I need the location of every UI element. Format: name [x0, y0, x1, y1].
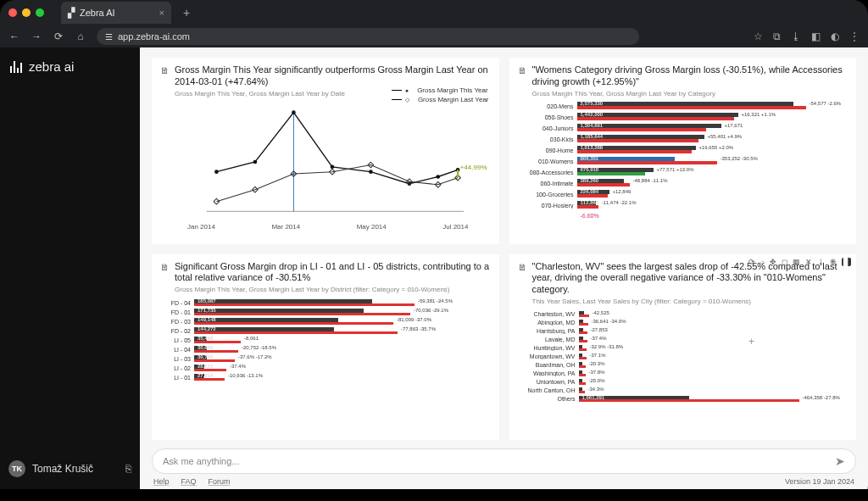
hbar-row[interactable]: FD - 04185,087-59,381 -24.5% [160, 298, 491, 308]
send-icon[interactable]: ➤ [835, 454, 845, 468]
ask-input[interactable]: Ask me anything... ➤ [152, 448, 856, 474]
panel-icon[interactable]: ◧ [811, 31, 821, 42]
tool-zoom-icon[interactable]: ⌕ [760, 258, 765, 266]
hbar-row[interactable]: Uniontown, PA-25.0% [518, 378, 849, 387]
hbar-row[interactable]: Abingdon, MD-36,641 -34.0% [518, 319, 849, 327]
tool-more-icon[interactable]: ❋ [830, 258, 837, 266]
hbar-category-label: Harrisburg, PA [518, 328, 579, 334]
hbar-category-label: Uniontown, PA [518, 379, 579, 385]
hbar-row[interactable]: Charleston, WV-42,525 [518, 310, 849, 319]
footer-version: Version 19 Jan 2024 [785, 477, 854, 486]
tool-data-icon[interactable]: ▊ [842, 258, 851, 266]
hbar-row[interactable]: 070-Hosiery112,863-11,474 -22.1% [518, 200, 849, 211]
hbar-category-label: Washington, PA [518, 370, 579, 376]
hbar-row[interactable]: LI - 0127,914-10,936 -13.1% [160, 373, 491, 382]
tool-download-icon[interactable]: ⭳ [817, 258, 825, 266]
extension-icon[interactable]: ⧉ [773, 31, 781, 42]
hbar-row[interactable]: 020-Mens2,575,330-54,577 -2.6% [518, 101, 849, 112]
nav-back-icon[interactable]: ← [8, 31, 20, 42]
hbar-category-label: Charleston, WV [518, 311, 579, 317]
hbar-row[interactable]: 100-Groceries226,084+12,849 [518, 189, 849, 200]
profile-icon[interactable]: ◐ [831, 31, 839, 42]
svg-point-3 [253, 159, 258, 164]
hbar-row[interactable]: 050-Shoes1,442,000+16,321 +1.1% [518, 112, 849, 123]
tool-select-icon[interactable]: ◻ [782, 258, 787, 266]
hbar-category-label: 020-Mens [518, 103, 577, 109]
insight-card-1: 🗎 Gross Margin This Year significantly o… [152, 58, 499, 244]
hbar-chart-city[interactable]: Charleston, WV-42,525Abingdon, MD-36,641… [518, 310, 849, 404]
nav-home-icon[interactable]: ⌂ [75, 31, 86, 42]
hbar-row[interactable]: Harrisburg, PA-27,853 [518, 327, 849, 336]
hbar-category-label: FD - 02 [160, 328, 194, 334]
hbar-category-label: 060-Intimate [518, 181, 577, 186]
hbar-category-label: 010-Womens [518, 159, 577, 164]
hbar-row[interactable]: Others1,061,291-464,358 -27.8% [518, 395, 849, 404]
hbar-row[interactable]: LI - 0330,760-37.6% -17.2% [160, 354, 491, 364]
nav-reload-icon[interactable]: ⟳ [53, 31, 64, 42]
footer-faq-link[interactable]: FAQ [181, 477, 197, 486]
hbar-row[interactable]: 030-Kids1,185,644+55,401 +4.9% [518, 134, 849, 145]
footer-help-link[interactable]: Help [153, 477, 170, 486]
hbar-row[interactable]: Boardman, OH-20.3% [518, 361, 849, 370]
new-tab-button[interactable]: + [178, 6, 195, 19]
avatar: TK [8, 460, 25, 477]
line-chart[interactable]: +44.99% [160, 103, 491, 221]
svg-point-6 [369, 170, 373, 174]
card-subtitle: Gross Margin This Year, Gross Margin Las… [175, 286, 491, 293]
tool-x-icon[interactable]: ✕ [805, 258, 812, 266]
download-icon[interactable]: ⭳ [791, 31, 801, 42]
browser-tab[interactable]: ▞ Zebra AI × [61, 2, 171, 24]
hbar-row[interactable]: FD - 02144,272-77,863 -35.7% [160, 326, 491, 336]
tool-crosshair-icon[interactable]: ✥ [770, 258, 776, 266]
tab-favicon: ▞ [68, 8, 75, 19]
user-row[interactable]: TK Tomaž Krušič ⎘ [0, 454, 140, 484]
hbar-row[interactable]: 060-Intimate389,260-48,884 -11.1% [518, 178, 849, 189]
hbar-category-label: LI - 03 [160, 356, 194, 362]
hbar-row[interactable]: Huntington, WV-32.9% -31.8% [518, 344, 849, 353]
hbar-row[interactable]: 080-Accessories676,918+77,571 +13.0% [518, 167, 849, 178]
footer-forum-link[interactable]: Forum [209, 477, 231, 486]
hbar-row[interactable]: FD - 03149,148-81,009 -37.0% [160, 317, 491, 326]
hbar-category-label: FD - 04 [160, 300, 194, 306]
url: app.zebra-ai.com [118, 31, 190, 42]
hbar-category-label: LI - 04 [160, 347, 194, 353]
tool-grid-icon[interactable]: ▦ [793, 258, 800, 266]
app-logo[interactable]: zebra ai [0, 47, 140, 86]
tool-refresh-icon[interactable]: ⟳ [748, 258, 755, 266]
hbar-category-label: 050-Shoes [518, 114, 577, 120]
card-title: Significant Gross Margin drop in LI - 01… [175, 261, 491, 285]
card-subtitle: This Year Sales, Last Year Sales by City… [532, 298, 849, 305]
chart-toolbar: ⟳ ⌕ ✥ ◻ ▦ ✕ ⭳ ❋ ▊ [748, 258, 851, 266]
browser-menu-icon[interactable]: ⋮ [849, 31, 860, 42]
hbar-row[interactable]: Morgantown, WV-37.1% [518, 353, 849, 361]
site-info-icon[interactable]: ☰ [105, 32, 113, 42]
hbar-row[interactable]: Lavale, MD-37.4% [518, 336, 849, 344]
svg-point-5 [331, 164, 335, 169]
hbar-category-label: FD - 03 [160, 319, 194, 325]
hbar-category-label: 080-Accessories [518, 170, 577, 175]
hbar-row[interactable]: LI - 0430,666-20,752 -18.5% [160, 345, 491, 354]
bookmark-icon[interactable]: ☆ [754, 31, 763, 42]
app-name: zebra ai [29, 59, 74, 74]
insight-card-4: ⟳ ⌕ ✥ ◻ ▦ ✕ ⭳ ❋ ▊ 🗎 "Charleston, WV" see… [509, 254, 857, 441]
chart-annotation: +44.99% [460, 164, 487, 171]
hbar-row[interactable]: North Canton, OH-34.3% [518, 387, 849, 395]
hbar-row[interactable]: LI - 0228,221-37.4% [160, 364, 491, 373]
hbar-category-label: LI - 01 [160, 375, 194, 381]
svg-point-8 [436, 175, 440, 179]
hbar-chart-district[interactable]: FD - 04185,087-59,381 -24.5%FD - 01171,7… [160, 298, 491, 382]
close-tab-icon[interactable]: × [159, 8, 164, 18]
hbar-row[interactable]: 040-Juniors1,304,691+17,671 [518, 123, 849, 134]
logout-icon[interactable]: ⎘ [125, 463, 131, 475]
hbar-category-label: 090-Home [518, 148, 577, 153]
hbar-row[interactable]: 090-Home1,013,288+19,655 +2.0% [518, 145, 849, 156]
address-bar[interactable]: ☰ app.zebra-ai.com [97, 28, 639, 45]
hbar-row[interactable]: 010-Womens806,351-353,252 -30.5% [518, 156, 849, 167]
hbar-row[interactable]: FD - 01171,735-70,036 -29.1% [160, 308, 491, 317]
hbar-row[interactable]: LI - 0535,498-8,061 [160, 336, 491, 345]
logo-icon [10, 61, 22, 73]
hbar-chart-category[interactable]: 020-Mens2,575,330-54,577 -2.6%050-Shoes1… [518, 101, 849, 211]
window-controls[interactable] [8, 8, 44, 17]
nav-forward-icon[interactable]: → [31, 31, 42, 42]
hbar-row[interactable]: Washington, PA-37.8% [518, 370, 849, 378]
